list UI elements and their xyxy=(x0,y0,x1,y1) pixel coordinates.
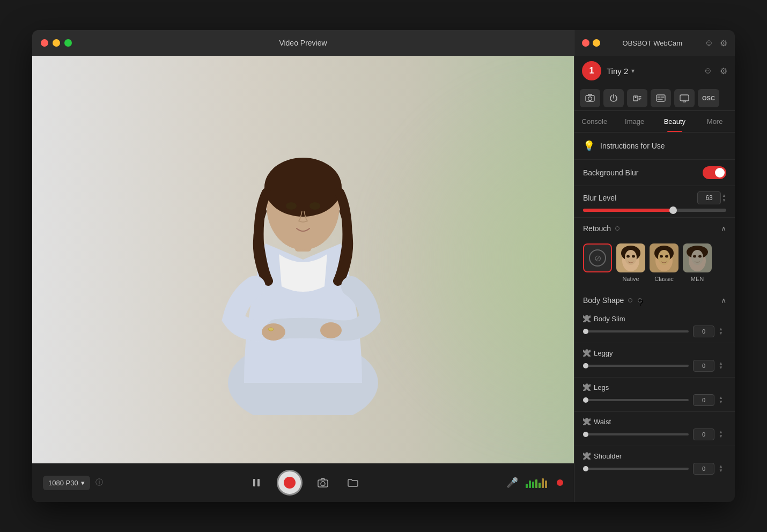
waist-dec[interactable]: ▼ xyxy=(719,434,726,439)
no-effect-icon: ⊘ xyxy=(589,249,606,267)
camera-toolbar-icon xyxy=(585,94,595,102)
blur-level-slider[interactable] xyxy=(583,209,726,212)
blur-level-row: Blur Level 63 ▲ ▼ xyxy=(574,186,735,218)
retouch-presets-row: ⊘ xyxy=(574,239,735,290)
leggy-value[interactable]: 0 xyxy=(693,360,714,372)
body-shape-section: Body Shape ? ∧ 🞴 Body Slim xyxy=(574,290,735,478)
device-chevron-icon: ▾ xyxy=(631,67,635,75)
background-blur-toggle[interactable] xyxy=(703,166,726,179)
device-settings-icon[interactable]: ⚙ xyxy=(720,66,727,76)
maximize-button[interactable] xyxy=(64,39,72,47)
leggy-row: 🞴 Leggy 0 ▲ ▼ xyxy=(574,345,735,375)
tab-image[interactable]: Image xyxy=(615,111,655,132)
retouch-collapse-icon: ∧ xyxy=(721,224,726,233)
preset-men[interactable]: MEN xyxy=(683,243,712,282)
waist-thumb[interactable] xyxy=(583,432,588,437)
tab-console[interactable]: Console xyxy=(574,111,615,132)
legs-row: 🞴 Legs 0 ▲ ▼ xyxy=(574,380,735,409)
legs-dec[interactable]: ▼ xyxy=(719,400,726,404)
device-smiley-icon[interactable]: ☺ xyxy=(704,66,712,76)
tabs-row: Console Image Beauty More xyxy=(574,111,735,132)
waist-value[interactable]: 0 xyxy=(693,428,714,440)
caption-toolbar-icon xyxy=(656,94,666,102)
body-slim-dec[interactable]: ▼ xyxy=(719,331,726,336)
screenshot-button[interactable] xyxy=(313,473,333,492)
shoulder-value[interactable]: 0 xyxy=(693,463,714,475)
shoulder-dec[interactable]: ▼ xyxy=(719,469,726,473)
body-slim-slider[interactable] xyxy=(583,330,689,332)
retouch-status-indicator xyxy=(615,226,620,231)
body-separator-3 xyxy=(574,411,735,412)
blur-level-thumb[interactable] xyxy=(669,206,677,214)
preset-classic[interactable]: Classic xyxy=(650,243,678,282)
right-close-button[interactable] xyxy=(582,39,589,47)
waist-label: Waist xyxy=(594,418,611,426)
video-background xyxy=(32,56,574,463)
camera-toolbar-btn[interactable] xyxy=(580,89,600,107)
minimize-button[interactable] xyxy=(53,39,60,47)
blur-decrement-btn[interactable]: ▼ xyxy=(722,198,726,203)
body-shape-info-icon: ? xyxy=(638,298,642,302)
power-toolbar-btn[interactable] xyxy=(603,89,624,107)
osc-toolbar-btn[interactable]: OSC xyxy=(698,89,719,107)
folder-button[interactable] xyxy=(343,473,363,492)
audio-bar xyxy=(535,479,537,488)
settings-icon[interactable]: ⚙ xyxy=(720,38,727,48)
audio-active-indicator xyxy=(557,479,563,486)
preset-classic-label: Classic xyxy=(654,276,673,282)
svg-point-4 xyxy=(286,202,297,210)
controls-center xyxy=(103,470,506,496)
resolution-info-icon[interactable]: ⓘ xyxy=(95,478,103,487)
caption-toolbar-btn[interactable] xyxy=(651,89,671,107)
leggy-dec[interactable]: ▼ xyxy=(719,366,726,370)
waist-slider[interactable] xyxy=(583,433,689,435)
display-toolbar-btn[interactable] xyxy=(674,89,695,107)
traffic-lights xyxy=(41,39,72,47)
tab-more[interactable]: More xyxy=(695,111,735,132)
svg-point-14 xyxy=(588,97,592,101)
leggy-slider[interactable] xyxy=(583,365,689,367)
legs-slider[interactable] xyxy=(583,399,689,401)
tab-beauty[interactable]: Beauty xyxy=(655,111,695,132)
waist-stepper: ▲ ▼ xyxy=(719,430,726,439)
record-button[interactable] xyxy=(277,470,303,496)
preset-native[interactable]: Native xyxy=(616,243,645,282)
pause-icon xyxy=(252,478,261,487)
body-shape-header[interactable]: Body Shape ? ∧ xyxy=(574,290,735,311)
legs-track: 0 ▲ ▼ xyxy=(583,394,726,406)
toolbar-row: OSC xyxy=(574,86,735,111)
close-button[interactable] xyxy=(41,39,48,47)
resolution-select[interactable]: 1080 P30 ▾ xyxy=(43,476,90,490)
legs-value[interactable]: 0 xyxy=(693,394,714,406)
audio-level-bars xyxy=(526,477,547,488)
right-titlebar: OBSBOT WebCam ☺ ⚙ xyxy=(574,30,735,56)
body-slim-value[interactable]: 0 xyxy=(693,326,714,337)
body-slim-row: 🞴 Body Slim 0 ▲ ▼ xyxy=(574,311,735,341)
svg-point-8 xyxy=(268,328,274,331)
shoulder-icon: 🞴 xyxy=(583,452,591,460)
shoulder-thumb[interactable] xyxy=(583,466,588,471)
preset-none[interactable]: ⊘ xyxy=(583,243,612,282)
retouch-header[interactable]: Retouch ∧ xyxy=(574,218,735,239)
body-slim-label-row: 🞴 Body Slim xyxy=(583,314,726,323)
bulb-icon: 💡 xyxy=(583,140,595,152)
microphone-icon[interactable]: 🎤 xyxy=(506,477,518,489)
legs-thumb[interactable] xyxy=(583,397,588,403)
preset-native-thumb xyxy=(616,243,645,272)
shoulder-slider[interactable] xyxy=(583,468,689,470)
background-blur-row: Background Blur xyxy=(583,166,726,179)
audio-bar xyxy=(532,482,534,488)
right-minimize-button[interactable] xyxy=(593,39,600,47)
body-slim-thumb[interactable] xyxy=(583,329,588,334)
legs-stepper: ▲ ▼ xyxy=(719,396,726,404)
smiley-icon[interactable]: ☺ xyxy=(705,38,713,48)
legs-label: Legs xyxy=(594,383,609,391)
blur-level-value[interactable]: 63 xyxy=(697,191,721,204)
svg-point-12 xyxy=(321,482,325,486)
device-name[interactable]: Tiny 2 ▾ xyxy=(607,66,635,76)
pause-button[interactable] xyxy=(247,473,266,492)
leggy-thumb[interactable] xyxy=(583,363,588,368)
preset-men-thumb xyxy=(683,243,712,272)
tracking-toolbar-btn[interactable] xyxy=(627,89,647,107)
blur-increment-btn[interactable]: ▲ xyxy=(722,194,726,198)
